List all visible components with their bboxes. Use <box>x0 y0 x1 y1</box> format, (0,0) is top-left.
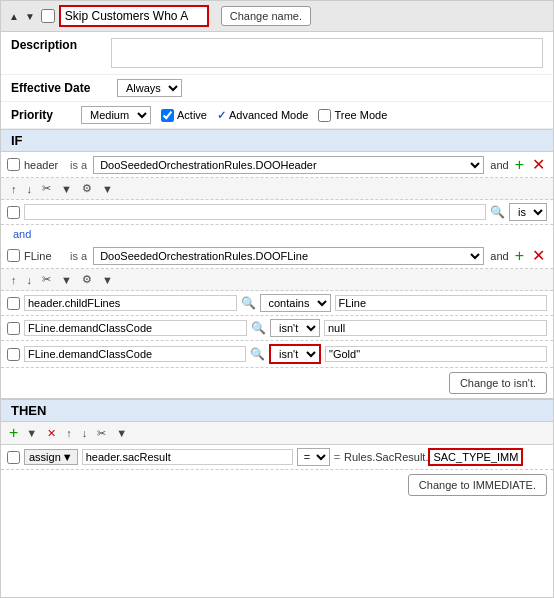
fline-cond-row-1: 🔍 contains <box>1 291 553 316</box>
fline-cut-btn[interactable]: ✂ <box>38 271 55 288</box>
fline-cond2-field[interactable] <box>24 320 247 336</box>
if-section: IF header is a DooSeededOrchestrationRul… <box>1 129 553 399</box>
priority-dropdown[interactable]: Medium <box>81 106 151 124</box>
header-rule-dropdown[interactable]: DooSeededOrchestrationRules.DOOHeader <box>93 156 484 174</box>
header-gear-dropdown-btn[interactable]: ▼ <box>98 181 117 197</box>
fline-del-btn[interactable]: ✕ <box>530 246 547 265</box>
fline-down-btn[interactable]: ↓ <box>23 272 37 288</box>
then-down-btn[interactable]: ↓ <box>78 425 92 441</box>
empty-cond-field[interactable] <box>24 204 486 220</box>
then-row-container: assign ▼ = = Rules.SacResult. SAC_TYPE_I… <box>1 445 553 500</box>
fline-rule-row: FLine is a DooSeededOrchestrationRules.D… <box>1 243 553 269</box>
then-cut-dropdown-btn[interactable]: ▼ <box>112 425 131 441</box>
fline-rule-checkbox[interactable] <box>7 249 20 262</box>
nav-arrows: ▲ ▼ <box>7 10 37 23</box>
checkmark-icon: ✓ <box>217 109 226 122</box>
header-cut-dropdown-btn[interactable]: ▼ <box>57 181 76 197</box>
assign-label: assign <box>29 451 61 463</box>
empty-search-icon[interactable]: 🔍 <box>490 205 505 219</box>
fline-cond2-checkbox[interactable] <box>7 322 20 335</box>
then-val-container: Rules.SacResult. SAC_TYPE_IMM <box>344 448 547 466</box>
header-rule-row: header is a DooSeededOrchestrationRules.… <box>1 152 553 178</box>
header-rule-checkbox[interactable] <box>7 158 20 171</box>
main-container: ▲ ▼ Change name. Description Effective D… <box>0 0 554 598</box>
fline-gear-btn[interactable]: ⚙ <box>78 271 96 288</box>
tree-mode-text: Tree Mode <box>334 109 387 121</box>
fline-gear-dropdown-btn[interactable]: ▼ <box>98 272 117 288</box>
fline-cond-row-3: 🔍 isn't <box>1 341 553 368</box>
header-add-btn[interactable]: + <box>513 156 526 174</box>
description-input[interactable] <box>111 38 543 68</box>
active-label: Active <box>177 109 207 121</box>
title-input[interactable] <box>59 5 209 27</box>
then-eq-label: = <box>334 451 340 463</box>
fline-rule-dropdown[interactable]: DooSeededOrchestrationRules.DOOFLine <box>93 247 484 265</box>
advanced-mode-label[interactable]: ✓ Advanced Mode <box>217 109 309 122</box>
fline-cond3-op[interactable]: isn't <box>269 344 321 364</box>
advanced-mode-text: Advanced Mode <box>229 109 309 121</box>
then-field-dropdown[interactable]: = <box>297 448 330 466</box>
header-gear-btn[interactable]: ⚙ <box>78 180 96 197</box>
fline-cond-row-2: 🔍 isn't <box>1 316 553 341</box>
fline-cond3-container: 🔍 isn't Change to isn't. <box>1 341 553 398</box>
fline-cond2-val[interactable] <box>324 320 547 336</box>
then-action-row: assign ▼ = = Rules.SacResult. SAC_TYPE_I… <box>1 445 553 470</box>
fline-cond3-checkbox[interactable] <box>7 348 20 361</box>
change-immediate-callout-area: Change to IMMEDIATE. <box>1 470 553 500</box>
header-rule-field: header <box>24 159 64 171</box>
fline-cond1-search-icon[interactable]: 🔍 <box>241 296 256 310</box>
then-section: THEN + ▼ ✕ ↑ ↓ ✂ ▼ assign ▼ = = <box>1 399 553 597</box>
then-del-btn[interactable]: ✕ <box>43 425 60 442</box>
assign-dropdown-btn[interactable]: assign ▼ <box>24 449 78 465</box>
fline-up-btn[interactable]: ↑ <box>7 272 21 288</box>
then-cut-btn[interactable]: ✂ <box>93 425 110 442</box>
fline-cond2-search-icon[interactable]: 🔍 <box>251 321 266 335</box>
fline-cond1-field[interactable] <box>24 295 237 311</box>
effective-date-row: Effective Date Always <box>1 75 553 102</box>
fline-cond3-field[interactable] <box>24 346 246 362</box>
change-isnt-callout: Change to isn't. <box>449 372 547 394</box>
top-bar: ▲ ▼ Change name. <box>1 1 553 32</box>
header-down-btn[interactable]: ↓ <box>23 181 37 197</box>
active-checkbox-label[interactable]: Active <box>161 109 207 122</box>
then-field-input[interactable] <box>82 449 293 465</box>
header-up-btn[interactable]: ↑ <box>7 181 21 197</box>
fline-cond1-checkbox[interactable] <box>7 297 20 310</box>
header-cut-btn[interactable]: ✂ <box>38 180 55 197</box>
then-header: THEN <box>1 399 553 422</box>
then-add-btn[interactable]: + <box>7 424 20 442</box>
header-toolbar: ↑ ↓ ✂ ▼ ⚙ ▼ <box>1 178 553 200</box>
header-del-btn[interactable]: ✕ <box>530 155 547 174</box>
fline-cut-dropdown-btn[interactable]: ▼ <box>57 272 76 288</box>
if-header: IF <box>1 129 553 152</box>
fline-add-btn[interactable]: + <box>513 247 526 265</box>
fline-cond3-val[interactable] <box>325 346 547 362</box>
empty-cond-checkbox[interactable] <box>7 206 20 219</box>
nav-down-btn[interactable]: ▼ <box>23 10 37 23</box>
tree-mode-checkbox[interactable] <box>318 109 331 122</box>
then-dropdown-btn[interactable]: ▼ <box>22 425 41 441</box>
tree-mode-label[interactable]: Tree Mode <box>318 109 387 122</box>
nav-up-btn[interactable]: ▲ <box>7 10 21 23</box>
fline-rule-and: and <box>490 250 508 262</box>
then-val-highlight: SAC_TYPE_IMM <box>428 448 523 466</box>
then-toolbar: + ▼ ✕ ↑ ↓ ✂ ▼ <box>1 422 553 445</box>
change-immediate-callout: Change to IMMEDIATE. <box>408 474 547 496</box>
change-name-callout: Change name. <box>221 6 311 26</box>
effective-date-dropdown[interactable]: Always <box>117 79 182 97</box>
active-checkbox[interactable] <box>161 109 174 122</box>
fline-cond3-search-icon[interactable]: 🔍 <box>250 347 265 361</box>
fline-cond1-op[interactable]: contains <box>260 294 331 312</box>
empty-cond-op[interactable]: is <box>509 203 547 221</box>
then-row-checkbox[interactable] <box>7 451 20 464</box>
header-rule-isa: is a <box>70 159 87 171</box>
fline-cond1-val[interactable] <box>335 295 548 311</box>
priority-label: Priority <box>11 108 71 122</box>
top-checkbox[interactable] <box>41 9 55 23</box>
empty-condition-row: 🔍 is <box>1 200 553 225</box>
fline-cond2-op[interactable]: isn't <box>270 319 320 337</box>
and-link[interactable]: and <box>7 226 37 242</box>
description-row: Description <box>1 32 553 75</box>
and-link-container: and <box>1 225 553 243</box>
then-up-btn[interactable]: ↑ <box>62 425 76 441</box>
